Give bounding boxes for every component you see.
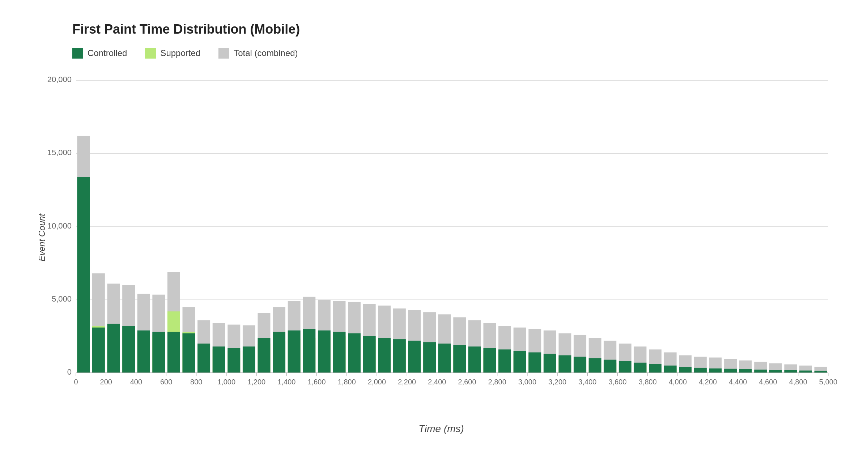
svg-rect-51 xyxy=(273,332,285,373)
svg-text:4,400: 4,400 xyxy=(729,378,747,386)
svg-text:1,400: 1,400 xyxy=(277,378,295,386)
svg-text:15,000: 15,000 xyxy=(47,148,72,157)
svg-rect-63 xyxy=(333,332,346,373)
svg-rect-36 xyxy=(197,344,210,373)
svg-rect-96 xyxy=(498,349,511,373)
svg-text:4,200: 4,200 xyxy=(699,378,717,386)
svg-text:5,000: 5,000 xyxy=(819,378,837,386)
supported-swatch xyxy=(145,48,156,59)
svg-rect-102 xyxy=(528,352,541,373)
x-axis-label: Time (ms) xyxy=(418,423,464,435)
chart-legend: Controlled Supported Total (combined) xyxy=(72,48,839,59)
chart-container: First Paint Time Distribution (Mobile) C… xyxy=(0,0,868,452)
svg-rect-129 xyxy=(664,366,677,373)
svg-rect-66 xyxy=(348,333,361,373)
total-swatch xyxy=(218,48,229,59)
svg-text:3,600: 3,600 xyxy=(609,378,627,386)
svg-rect-108 xyxy=(559,355,571,373)
svg-text:4,600: 4,600 xyxy=(759,378,777,386)
svg-rect-18 xyxy=(107,324,120,373)
svg-rect-99 xyxy=(514,351,526,373)
svg-rect-126 xyxy=(649,364,661,373)
svg-rect-21 xyxy=(122,326,135,373)
svg-text:600: 600 xyxy=(160,378,172,386)
svg-rect-33 xyxy=(183,333,195,373)
svg-rect-69 xyxy=(363,336,376,373)
svg-text:3,200: 3,200 xyxy=(548,378,566,386)
svg-rect-15 xyxy=(92,328,105,373)
total-label: Total (combined) xyxy=(234,48,298,58)
svg-rect-141 xyxy=(724,369,737,373)
svg-rect-138 xyxy=(709,368,722,373)
chart-svg: 05,00010,00015,00020,00002004006008001,0… xyxy=(43,73,839,402)
controlled-swatch xyxy=(72,48,83,59)
svg-rect-93 xyxy=(484,348,496,373)
svg-rect-39 xyxy=(213,346,225,373)
svg-rect-12 xyxy=(77,177,90,373)
svg-rect-150 xyxy=(769,370,782,373)
svg-rect-45 xyxy=(243,346,255,373)
svg-rect-111 xyxy=(574,357,586,373)
svg-rect-72 xyxy=(378,338,391,373)
svg-rect-156 xyxy=(799,371,812,373)
svg-rect-87 xyxy=(453,345,466,373)
svg-rect-153 xyxy=(784,370,797,373)
svg-text:800: 800 xyxy=(190,378,202,386)
svg-text:1,800: 1,800 xyxy=(338,378,356,386)
svg-text:1,200: 1,200 xyxy=(247,378,265,386)
svg-rect-105 xyxy=(544,354,556,373)
svg-rect-57 xyxy=(303,329,315,373)
svg-rect-24 xyxy=(137,331,150,373)
svg-text:0: 0 xyxy=(67,367,72,376)
svg-text:200: 200 xyxy=(100,378,112,386)
svg-rect-120 xyxy=(619,361,631,373)
svg-text:3,800: 3,800 xyxy=(639,378,657,386)
svg-rect-159 xyxy=(814,371,827,373)
svg-text:20,000: 20,000 xyxy=(47,75,72,84)
y-axis-label: Event Count xyxy=(37,214,47,261)
svg-text:2,800: 2,800 xyxy=(488,378,506,386)
svg-rect-132 xyxy=(679,367,692,373)
svg-text:3,400: 3,400 xyxy=(578,378,596,386)
svg-rect-81 xyxy=(423,342,436,373)
svg-text:10,000: 10,000 xyxy=(47,221,72,230)
svg-text:4,800: 4,800 xyxy=(789,378,807,386)
svg-rect-90 xyxy=(468,346,481,373)
svg-text:4,000: 4,000 xyxy=(669,378,687,386)
svg-rect-54 xyxy=(288,331,301,373)
svg-text:1,000: 1,000 xyxy=(217,378,235,386)
svg-text:2,000: 2,000 xyxy=(368,378,386,386)
chart-area: Event Count Time (ms) 05,00010,00015,000… xyxy=(43,73,839,402)
svg-rect-117 xyxy=(604,360,616,373)
svg-text:400: 400 xyxy=(130,378,142,386)
svg-rect-135 xyxy=(694,368,707,373)
svg-text:5,000: 5,000 xyxy=(52,294,72,303)
svg-rect-147 xyxy=(754,370,767,373)
svg-rect-48 xyxy=(258,338,271,373)
supported-label: Supported xyxy=(160,48,200,58)
svg-text:2,200: 2,200 xyxy=(398,378,416,386)
svg-text:2,400: 2,400 xyxy=(428,378,446,386)
svg-rect-60 xyxy=(318,331,331,373)
svg-rect-27 xyxy=(152,332,165,373)
svg-rect-75 xyxy=(393,339,406,373)
svg-rect-30 xyxy=(167,332,180,373)
svg-text:2,600: 2,600 xyxy=(458,378,476,386)
svg-text:1,600: 1,600 xyxy=(308,378,326,386)
chart-title: First Paint Time Distribution (Mobile) xyxy=(72,22,839,37)
legend-item-controlled: Controlled xyxy=(72,48,127,59)
svg-rect-78 xyxy=(408,341,421,373)
svg-rect-114 xyxy=(589,358,601,373)
svg-rect-84 xyxy=(438,344,451,373)
svg-text:0: 0 xyxy=(74,378,78,386)
svg-text:3,000: 3,000 xyxy=(518,378,536,386)
svg-rect-123 xyxy=(634,363,647,373)
controlled-label: Controlled xyxy=(88,48,127,58)
svg-rect-42 xyxy=(227,348,240,373)
svg-rect-144 xyxy=(739,369,752,373)
legend-item-supported: Supported xyxy=(145,48,200,59)
legend-item-total: Total (combined) xyxy=(218,48,298,59)
